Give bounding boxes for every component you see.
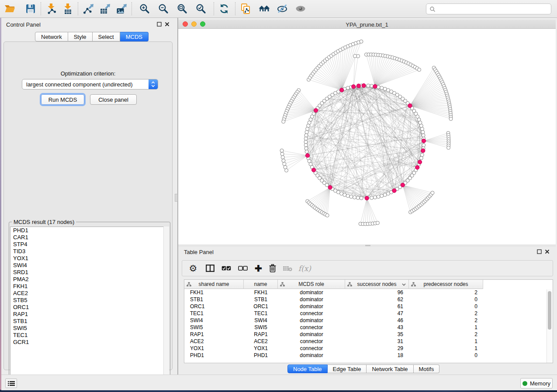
table-cell[interactable]: dominator [278,331,345,338]
table-cell[interactable]: 46 [345,317,409,324]
mcds-result-list[interactable]: PHD1CAR1STP4TID3YOX1SWI4SRD1PMA2FKH1ACE2… [10,227,169,383]
mcds-result-item[interactable]: TID3 [10,248,169,255]
table-cell[interactable]: dominator [278,303,345,310]
mcds-result-item[interactable]: SWI5 [10,325,169,332]
hide-selected-button[interactable] [275,2,290,16]
table-cell[interactable]: SWI5 [184,324,244,331]
delete-column-button[interactable] [269,262,276,275]
column-header-successor-nodes[interactable]: successor nodes [345,280,409,289]
table-cell[interactable]: dominator [278,296,345,303]
table-cell[interactable]: 0 [409,296,483,303]
table-cell[interactable]: FKH1 [244,289,278,296]
mcds-result-item[interactable]: STP4 [10,241,169,248]
table-cell[interactable]: 0 [409,352,483,359]
splitter-handle[interactable] [365,245,370,246]
mcds-result-item[interactable]: SWI4 [10,262,169,269]
column-header-mcds-role[interactable]: MCDS role [278,280,345,289]
table-cell[interactable]: 47 [345,310,409,317]
column-header-shared-name[interactable]: shared name [184,280,244,289]
table-cell[interactable]: dominator [278,317,345,324]
table-row[interactable]: SWI4SWI4dominator462 [184,317,553,324]
table-cell[interactable]: 2 [409,310,483,317]
table-cell[interactable]: dominator [278,289,345,296]
table-cell[interactable]: connector [278,324,345,331]
table-cell[interactable]: 29 [345,345,409,352]
table-cell[interactable]: 2 [409,317,483,324]
table-cell[interactable]: 1 [409,324,483,331]
search-input[interactable] [436,6,551,12]
table-cell[interactable]: 43 [345,324,409,331]
table-cell[interactable]: RAP1 [244,331,278,338]
table-cell[interactable]: ORC1 [244,303,278,310]
deselect-all-button[interactable] [238,262,248,275]
column-header-name[interactable]: name [244,280,278,289]
table-cell[interactable]: dominator [278,352,345,359]
table-cell[interactable]: 0 [409,303,483,310]
mcds-result-item[interactable]: ACE2 [10,290,169,297]
table-cell[interactable]: ORC1 [184,303,244,310]
table-row[interactable]: TEC1TEC1connector472 [184,310,553,317]
table-cell[interactable]: YOX1 [184,345,244,352]
table-row[interactable]: ACE2ACE2connector311 [184,338,553,345]
table-cell[interactable]: 2 [409,289,483,296]
memory-button[interactable]: Memory [520,378,553,389]
table-cell[interactable]: 18 [345,352,409,359]
table-row[interactable]: ORC1ORC1dominator610 [184,303,553,310]
table-cell[interactable]: PHD1 [184,352,244,359]
mcds-result-item[interactable]: STB5 [10,297,169,304]
close-window-light[interactable] [183,21,188,27]
table-cell[interactable]: 62 [345,296,409,303]
save-session-button[interactable] [23,2,38,16]
table-cell[interactable]: 1 [409,345,483,352]
zoom-out-button[interactable] [156,2,171,16]
zoom-in-button[interactable] [137,2,152,16]
import-network-button[interactable] [44,2,59,16]
table-cell[interactable]: RAP1 [184,331,244,338]
add-column-button[interactable]: ✚ [255,262,262,275]
table-cell[interactable]: STB1 [184,296,244,303]
network-titlebar[interactable]: YPA_prune.txt_1 [178,20,556,29]
mcds-result-scrollbar[interactable] [163,227,169,383]
table-row[interactable]: SWI5SWI5connector431 [184,324,553,331]
mcds-result-item[interactable]: SRD1 [10,269,169,276]
table-row[interactable]: YOX1YOX1connector291 [184,345,553,352]
tab-network-table[interactable]: Network Table [367,364,413,373]
mcds-result-item[interactable]: PHD1 [10,227,169,234]
minimize-window-light[interactable] [191,21,197,27]
table-cell[interactable]: ACE2 [184,338,244,345]
node-table-body[interactable]: FKH1FKH1dominator962STB1STB1dominator620… [184,289,553,363]
import-table-button[interactable] [60,2,75,16]
export-table-button[interactable] [97,2,112,16]
table-cell[interactable]: 31 [345,338,409,345]
table-cell[interactable]: STB1 [244,296,278,303]
table-cell[interactable]: ACE2 [244,338,278,345]
zoom-fit-button[interactable] [175,2,190,16]
show-panels-button[interactable] [5,378,17,388]
table-cell[interactable]: connector [278,345,345,352]
table-settings-button[interactable]: ⚙ [187,262,200,275]
zoom-selected-button[interactable] [194,2,208,16]
table-cell[interactable]: connector [278,338,345,345]
table-scrollbar[interactable] [547,289,552,363]
vertical-splitter[interactable] [174,18,178,375]
export-network-button[interactable] [81,2,96,16]
table-cell[interactable]: TEC1 [244,310,278,317]
tab-mcds[interactable]: MCDS [120,32,149,41]
mcds-result-item[interactable]: STB1 [10,318,169,325]
tab-edge-table[interactable]: Edge Table [328,364,367,373]
show-all-button[interactable] [293,2,308,16]
table-row[interactable]: PHD1PHD1dominator180 [184,352,553,359]
close-panel-icon[interactable] [165,22,170,27]
table-cell[interactable]: connector [278,310,345,317]
float-panel-icon[interactable] [537,249,542,254]
scrollbar-thumb[interactable] [548,291,551,330]
tab-style[interactable]: Style [68,32,93,41]
table-cell[interactable]: PHD1 [244,352,278,359]
run-mcds-button[interactable]: Run MCDS [41,94,84,105]
first-neighbors-button[interactable] [257,2,272,16]
mcds-result-item[interactable]: GCR1 [10,339,169,346]
mcds-result-item[interactable]: FKH1 [10,283,169,290]
duplicate-network-button[interactable] [238,2,253,16]
mcds-result-item[interactable]: ORC1 [10,304,169,311]
tab-network[interactable]: Network [35,32,68,41]
